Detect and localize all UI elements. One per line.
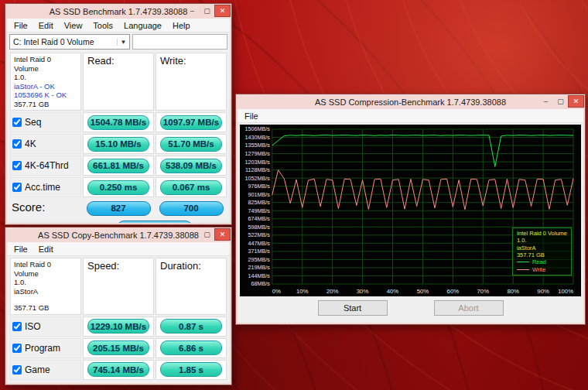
4k-write-value: 51.70 MB/s <box>160 137 221 152</box>
abort-button[interactable]: Abort <box>434 300 504 316</box>
drive-select[interactable]: C: Intel Raid 0 Volume ▼ <box>9 34 130 50</box>
svg-text:90%: 90% <box>537 288 549 295</box>
svg-text:1506MB/s: 1506MB/s <box>245 126 271 132</box>
svg-text:1052MB/s: 1052MB/s <box>245 176 271 182</box>
speed-column-header: Speed: <box>83 258 154 315</box>
drive-alignment-status: 1053696 K - OK <box>14 91 77 100</box>
minimize-icon[interactable]: – <box>185 228 200 241</box>
iso-duration-value: 0.87 s <box>160 319 221 334</box>
maximize-icon[interactable]: ▢ <box>200 228 214 241</box>
svg-text:1128MB/s: 1128MB/s <box>245 167 270 173</box>
svg-text:40%: 40% <box>387 288 399 295</box>
row-label-seq: Seq <box>10 112 81 132</box>
score-label: Score: <box>10 199 81 217</box>
row-label-4k64thrd: 4K-64Thrd <box>10 156 81 176</box>
menu-edit[interactable]: Edit <box>33 20 59 31</box>
benchmark-caption-buttons: – ▢ ✕ <box>185 5 231 17</box>
benchmark-window: AS SSD Benchmark 1.7.4739.38088 – ▢ ✕ Fi… <box>5 3 232 225</box>
legend-write-label: Write <box>532 266 545 273</box>
svg-text:295MB/s: 295MB/s <box>248 257 271 263</box>
drive-name: Intel Raid 0 Volume <box>14 260 77 278</box>
drive-capacity: 357.71 GB <box>14 303 77 313</box>
svg-text:68MB/s: 68MB/s <box>251 281 271 287</box>
program-checkbox[interactable] <box>12 344 22 353</box>
compression-titlebar[interactable]: AS SSD Compression-Benchmark 1.7.4739.38… <box>236 94 585 109</box>
desktop-wallpaper: AS SSD Benchmark 1.7.4739.38088 – ▢ ✕ Fi… <box>0 0 588 390</box>
close-icon[interactable]: ✕ <box>568 95 584 108</box>
svg-text:976MB/s: 976MB/s <box>248 183 271 190</box>
legend-read-label: Read <box>532 258 546 265</box>
menu-edit[interactable]: Edit <box>33 244 59 255</box>
seq-write-value: 1097.97 MB/s <box>160 115 221 130</box>
iso-checkbox[interactable] <box>12 322 22 331</box>
menu-view[interactable]: View <box>59 20 88 31</box>
svg-text:20%: 20% <box>326 288 339 295</box>
benchmark-titlebar[interactable]: AS SSD Benchmark 1.7.4739.38088 – ▢ ✕ <box>5 4 231 19</box>
drive-driver-status: iaStorA - OK <box>14 82 77 91</box>
copy-window-body: File Edit Intel Raid 0 Volume 1.0. iaSto… <box>7 242 230 383</box>
drive-info-panel: Intel Raid 0 Volume 1.0. iaStorA 357.71 … <box>10 258 81 315</box>
4k-label: 4K <box>25 139 36 149</box>
menu-tools[interactable]: Tools <box>87 20 118 31</box>
svg-text:522MB/s: 522MB/s <box>248 232 271 238</box>
drive-version: 1.0. <box>14 278 77 287</box>
menu-file[interactable]: File <box>9 244 33 255</box>
score-total-value: 1928 <box>117 221 193 223</box>
legend-drive-driver: iaStorA <box>517 245 567 251</box>
menu-file[interactable]: File <box>9 20 33 31</box>
svg-text:674MB/s: 674MB/s <box>248 216 271 222</box>
game-duration-value: 1.85 s <box>160 362 221 377</box>
minimize-icon[interactable]: – <box>185 5 200 17</box>
maximize-icon[interactable]: ▢ <box>200 5 214 17</box>
close-icon[interactable]: ✕ <box>214 5 231 17</box>
acctime-label: Acc.time <box>25 182 60 193</box>
acctime-checkbox[interactable] <box>12 183 22 192</box>
minimize-icon[interactable]: – <box>538 95 553 108</box>
svg-text:144MB/s: 144MB/s <box>248 273 271 279</box>
start-button[interactable]: Start <box>318 300 388 316</box>
row-label-program: Program <box>10 338 81 358</box>
legend-entry-write: Write <box>517 266 567 273</box>
svg-text:219MB/s: 219MB/s <box>248 265 271 271</box>
svg-text:901MB/s: 901MB/s <box>248 192 271 198</box>
close-icon[interactable]: ✕ <box>214 228 231 241</box>
compression-window-body: File 1506MB/s1430MB/s1355MB/s1279MB/s120… <box>238 109 583 323</box>
read-column-header: Read: <box>83 53 154 111</box>
maximize-icon[interactable]: ▢ <box>553 95 568 108</box>
copy-titlebar[interactable]: AS SSD Copy-Benchmark 1.7.4739.38088 – ▢… <box>5 228 231 242</box>
legend-drive-capacity: 357.71 GB <box>517 251 567 258</box>
seq-checkbox[interactable] <box>12 118 22 127</box>
4k-read-value: 15.10 MB/s <box>87 137 149 152</box>
4k64thrd-label: 4K-64Thrd <box>25 160 69 171</box>
legend-drive-version: 1.0. <box>517 237 567 244</box>
benchmark-results-grid: Intel Raid 0 Volume 1.0. iaStorA - OK 10… <box>7 51 230 223</box>
drive-driver: iaStorA <box>14 287 77 296</box>
write-line-swatch <box>517 269 529 270</box>
score-spacer <box>10 219 81 223</box>
seq-label: Seq <box>25 117 41 128</box>
iso-label: ISO <box>25 321 41 332</box>
compression-caption-buttons: – ▢ ✕ <box>538 95 584 108</box>
drive-select-value: C: Intel Raid 0 Volume <box>13 37 94 46</box>
4k-checkbox[interactable] <box>12 139 22 149</box>
menu-file[interactable]: File <box>239 111 264 121</box>
acctime-read-value: 0.250 ms <box>87 180 149 195</box>
svg-text:1279MB/s: 1279MB/s <box>245 151 271 157</box>
menu-help[interactable]: Help <box>167 20 196 31</box>
legend-drive-name: Intel Raid 0 Volume <box>517 230 567 237</box>
copy-window: AS SSD Copy-Benchmark 1.7.4739.38088 – ▢… <box>5 227 232 385</box>
seq-read-value: 1504.78 MB/s <box>87 115 149 130</box>
acctime-write-value: 0.067 ms <box>160 180 221 195</box>
chevron-down-icon[interactable]: ▼ <box>117 39 129 46</box>
svg-text:100%: 100% <box>558 288 573 295</box>
menu-language[interactable]: Language <box>118 20 167 31</box>
drive-version: 1.0. <box>14 73 77 82</box>
game-speed-value: 745.14 MB/s <box>87 362 149 377</box>
drive-name: Intel Raid 0 Volume <box>14 55 77 73</box>
copy-menubar: File Edit <box>7 242 230 256</box>
4k64thrd-checkbox[interactable] <box>12 161 22 170</box>
game-checkbox[interactable] <box>12 365 22 375</box>
score-write-value: 700 <box>159 201 224 216</box>
svg-text:80%: 80% <box>507 288 519 295</box>
benchmark-toolbar: C: Intel Raid 0 Volume ▼ <box>7 32 230 51</box>
